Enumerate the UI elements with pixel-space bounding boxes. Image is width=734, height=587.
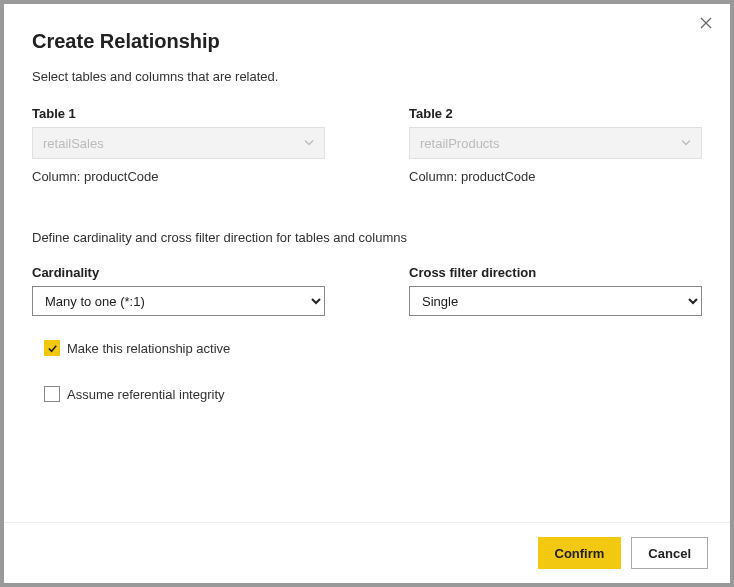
chevron-down-icon bbox=[304, 136, 314, 151]
cardinality-label: Cardinality bbox=[32, 265, 325, 280]
create-relationship-dialog: Create Relationship Select tables and co… bbox=[4, 4, 730, 583]
table1-select-value: retailSales bbox=[43, 136, 104, 151]
dialog-title: Create Relationship bbox=[32, 30, 702, 53]
active-checkbox-row: Make this relationship active bbox=[44, 340, 702, 356]
close-icon bbox=[700, 15, 712, 33]
confirm-button[interactable]: Confirm bbox=[538, 537, 622, 569]
table1-label: Table 1 bbox=[32, 106, 325, 121]
table2-select-value: retailProducts bbox=[420, 136, 499, 151]
dialog-subtitle: Select tables and columns that are relat… bbox=[32, 69, 702, 84]
cardinality-intro: Define cardinality and cross filter dire… bbox=[32, 230, 702, 245]
table1-select[interactable]: retailSales bbox=[32, 127, 325, 159]
crossfilter-select[interactable]: Single bbox=[409, 286, 702, 316]
referential-checkbox-label: Assume referential integrity bbox=[67, 387, 225, 402]
table1-column-info: Column: productCode bbox=[32, 169, 325, 184]
dialog-footer: Confirm Cancel bbox=[4, 522, 730, 583]
chevron-down-icon bbox=[681, 136, 691, 151]
table2-label: Table 2 bbox=[409, 106, 702, 121]
table2-column-info: Column: productCode bbox=[409, 169, 702, 184]
cancel-button[interactable]: Cancel bbox=[631, 537, 708, 569]
referential-checkbox-row: Assume referential integrity bbox=[44, 386, 702, 402]
close-button[interactable] bbox=[696, 14, 716, 34]
referential-checkbox[interactable] bbox=[44, 386, 60, 402]
active-checkbox[interactable] bbox=[44, 340, 60, 356]
cardinality-select[interactable]: Many to one (*:1) bbox=[32, 286, 325, 316]
active-checkbox-label: Make this relationship active bbox=[67, 341, 230, 356]
crossfilter-label: Cross filter direction bbox=[409, 265, 702, 280]
table2-select[interactable]: retailProducts bbox=[409, 127, 702, 159]
